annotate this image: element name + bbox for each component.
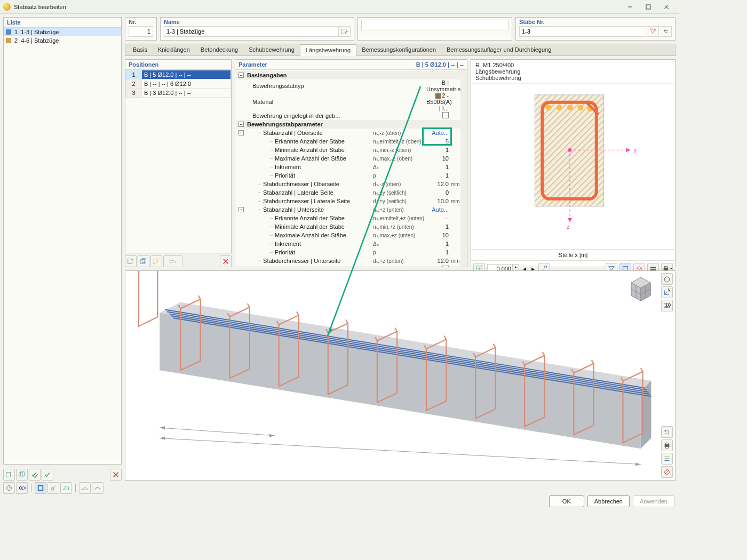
- edit-name-icon[interactable]: [339, 26, 351, 37]
- param-row[interactable]: − ┄ Stabanzahl | Oberseite nₛ,-z (oben) …: [236, 129, 467, 137]
- name-input[interactable]: [164, 26, 339, 37]
- pos-sort-icon[interactable]: [150, 255, 162, 267]
- param-row[interactable]: ┄ Minimale Anzahl der Stäbe nₛ,min,+z (u…: [236, 222, 467, 231]
- view-bar-icon[interactable]: [47, 482, 59, 494]
- tab-schubbewehrung[interactable]: Schubbewehrung: [243, 44, 300, 55]
- parameter-grid[interactable]: −Basisangaben Bewehrungsstabtyp B | Unsy…: [235, 70, 467, 267]
- v3d-refresh-icon[interactable]: [661, 426, 673, 438]
- copy-icon[interactable]: [16, 469, 28, 481]
- param-value[interactable]: 10: [426, 232, 451, 238]
- position-row[interactable]: 1B | 5 Ø12.0 | -- | --: [126, 70, 231, 79]
- param-row[interactable]: ┄ Erkannte Anzahl der Stäbe nₛ,ermittelt…: [236, 214, 467, 222]
- param-value[interactable]: 0: [426, 189, 451, 196]
- param-value[interactable]: 1: [426, 164, 451, 170]
- staebe-input[interactable]: [519, 26, 646, 37]
- decimal-icon[interactable]: 0,00: [16, 482, 28, 494]
- param-row[interactable]: ┄ Stabanzahl | Laterale Seite nₛ,±y (sei…: [236, 188, 467, 197]
- param-row[interactable]: ┄ Erkannte Anzahl der Stäbe nₛ,ermittelt…: [236, 137, 467, 146]
- minimize-button[interactable]: [621, 1, 639, 13]
- view-result-icon[interactable]: [79, 482, 91, 494]
- v3d-print-icon[interactable]: [661, 439, 673, 451]
- param-value[interactable]: Auto...: [426, 130, 451, 136]
- position-row[interactable]: 2B | -- | -- | 6 Ø12.0: [126, 79, 231, 89]
- liste-item[interactable]: 2 4-6 | Stabzüge: [4, 36, 121, 45]
- param-row[interactable]: Material 2 - B500S(A) | I...: [236, 92, 467, 111]
- tab-betondeckung[interactable]: Betondeckung: [195, 44, 243, 55]
- param-group-header[interactable]: −Bewehrungsstabparameter: [236, 120, 467, 129]
- ok-button[interactable]: OK: [549, 495, 584, 507]
- apply-button[interactable]: Anwenden: [633, 495, 674, 507]
- param-value[interactable]: 1: [426, 241, 451, 247]
- maximize-button[interactable]: [639, 1, 657, 13]
- cancel-button[interactable]: Abbrechen: [587, 495, 630, 507]
- v3d-list-icon[interactable]: [661, 453, 673, 465]
- scrollbar[interactable]: [460, 70, 467, 267]
- param-value[interactable]: 10.0: [426, 198, 451, 204]
- nav-cube[interactable]: [626, 275, 656, 302]
- param-value[interactable]: Auto...: [426, 206, 451, 213]
- param-row[interactable]: ┄ Stabdurchmesser | Oberseite dₛ,-z (obe…: [236, 180, 467, 188]
- view3d[interactable]: y 10: [125, 270, 676, 481]
- expand-icon[interactable]: −: [239, 130, 244, 135]
- position-row[interactable]: 3B | 3 Ø12.0 | -- | --: [126, 89, 231, 98]
- pos-new-icon[interactable]: [125, 255, 137, 267]
- param-value[interactable]: 2 - B500S(A) | I...: [426, 92, 451, 111]
- view-envelope-icon[interactable]: [92, 482, 104, 494]
- param-row[interactable]: ┄ Maximale Anzahl der Stäbe nₛ,max,+z (u…: [236, 231, 467, 239]
- view-section-icon[interactable]: [35, 482, 46, 494]
- nr-input[interactable]: [129, 26, 153, 37]
- param-row[interactable]: ┄ Minimale Anzahl der Stäbe nₛ,min,-z (o…: [236, 146, 467, 154]
- param-value[interactable]: 1: [426, 147, 451, 153]
- param-row[interactable]: ┄ Inkrement Δₓ 1: [236, 239, 467, 248]
- v3d-iso-icon[interactable]: [661, 273, 673, 285]
- param-value[interactable]: --: [426, 215, 451, 221]
- param-row[interactable]: ┄ Stabdurchmesser | Laterale Seite dₛ,±y…: [236, 197, 467, 205]
- undo-members-icon[interactable]: [660, 26, 672, 37]
- spin-up-icon[interactable]: ▲: [512, 265, 519, 269]
- liste-body[interactable]: 1 1-3 | Stabzüge 2 4-6 | Stabzüge: [4, 28, 121, 464]
- liste-item[interactable]: 1 1-3 | Stabzüge: [4, 28, 121, 36]
- checkbox[interactable]: [442, 266, 449, 267]
- v3d-values-icon[interactable]: 10: [661, 300, 673, 311]
- section-canvas[interactable]: y z: [471, 84, 675, 249]
- komment-input[interactable]: [361, 20, 508, 30]
- param-row[interactable]: ┄ Priorität p 1: [236, 171, 467, 180]
- view-3dicon[interactable]: [60, 482, 72, 494]
- positions-table[interactable]: 1B | 5 Ø12.0 | -- | --2B | -- | -- | 6 Ø…: [125, 70, 231, 98]
- check-icon[interactable]: [42, 469, 53, 481]
- close-button[interactable]: [657, 1, 676, 13]
- param-value[interactable]: 1: [426, 223, 451, 230]
- param-row[interactable]: ┄ Eckbewehrung: [236, 265, 467, 267]
- units-icon[interactable]: [3, 482, 15, 494]
- param-value[interactable]: 10: [426, 155, 451, 162]
- param-row[interactable]: − ┄ Stabanzahl | Unterseite nₛ,+z (unten…: [236, 205, 467, 214]
- param-row[interactable]: ┄ Priorität p 1: [236, 248, 467, 257]
- param-value[interactable]: 1: [426, 249, 451, 255]
- param-value[interactable]: 1: [426, 172, 451, 179]
- pos-view-icon[interactable]: [163, 255, 182, 267]
- pick-members-icon[interactable]: [647, 26, 659, 37]
- tab-knicklängen[interactable]: Knicklängen: [153, 44, 195, 55]
- checkbox[interactable]: [442, 112, 449, 118]
- pos-copy-icon[interactable]: [138, 255, 149, 267]
- param-group-header[interactable]: −Basisangaben: [236, 71, 467, 79]
- param-value[interactable]: 5: [426, 138, 451, 145]
- tab-basis[interactable]: Basis: [128, 44, 153, 55]
- tab-längsbewehrung[interactable]: Längsbewehrung: [300, 44, 356, 56]
- expand-icon[interactable]: −: [239, 207, 244, 212]
- new-icon[interactable]: [3, 469, 15, 481]
- param-value[interactable]: 12.0: [426, 258, 451, 264]
- param-row[interactable]: Bewehrung eingelegt in der geb...: [236, 111, 467, 120]
- param-value[interactable]: [426, 112, 451, 119]
- collapse-icon[interactable]: −: [239, 122, 244, 127]
- collapse-icon[interactable]: −: [239, 73, 244, 78]
- param-value[interactable]: [426, 266, 451, 267]
- tab-bemessungskonfigurationen[interactable]: Bemessungskonfigurationen: [356, 44, 441, 55]
- param-row[interactable]: ┄ Maximale Anzahl der Stäbe nₛ,max,-z (o…: [236, 154, 467, 163]
- v3d-clear-icon[interactable]: [661, 466, 673, 478]
- tab-bemessungsauflager und durchbiegung[interactable]: Bemessungsauflager und Durchbiegung: [441, 44, 557, 55]
- param-row[interactable]: Bewehrungsstabtyp B | Unsymmetrisch: [236, 79, 467, 92]
- param-value[interactable]: 12.0: [426, 181, 451, 187]
- param-row[interactable]: ┄ Inkrement Δₓ 1: [236, 163, 467, 171]
- pos-delete-icon[interactable]: [220, 255, 232, 267]
